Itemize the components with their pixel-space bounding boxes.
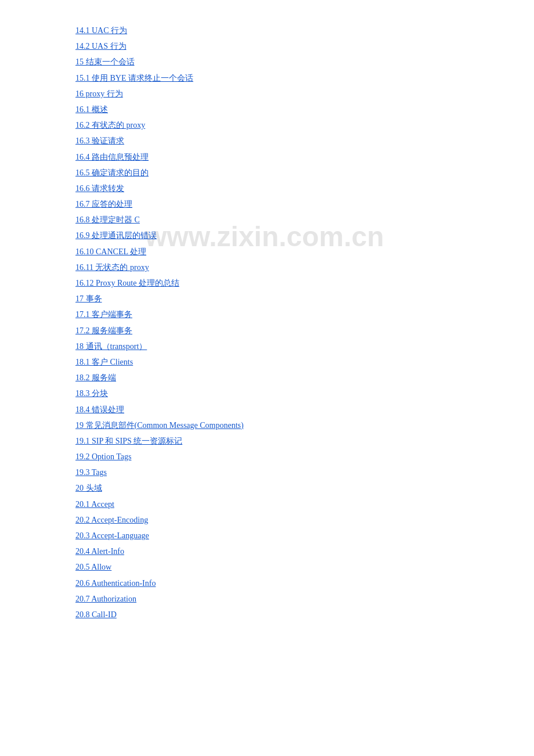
toc-link-18-4[interactable]: 18.4 错误处理 bbox=[75, 405, 124, 414]
toc-item: 16.6 请求转发 bbox=[75, 181, 499, 196]
toc-link-20-4[interactable]: 20.4 Alert-Info bbox=[75, 547, 124, 556]
toc-link-16-9[interactable]: 16.9 处理通讯层的错误 bbox=[75, 231, 157, 240]
toc-item: 17.1 客户端事务 bbox=[75, 307, 499, 322]
toc-link-16-6[interactable]: 16.6 请求转发 bbox=[75, 184, 124, 193]
toc-link-19-1[interactable]: 19.1 SIP 和 SIPS 统一资源标记 bbox=[75, 437, 182, 445]
toc-item: 16.7 应答的处理 bbox=[75, 197, 499, 211]
toc-item: 20.5 Allow bbox=[75, 560, 499, 574]
toc-link-18[interactable]: 18 通讯（transport） bbox=[75, 342, 147, 351]
toc-container: www.zixin.com.cn 14.1 UAC 行为14.2 UAS 行为1… bbox=[75, 23, 499, 622]
toc-link-16-7[interactable]: 16.7 应答的处理 bbox=[75, 200, 132, 208]
toc-list: 14.1 UAC 行为14.2 UAS 行为15 结束一个会话15.1 使用 B… bbox=[75, 23, 499, 622]
toc-item: 20.8 Call-ID bbox=[75, 607, 499, 622]
toc-link-19[interactable]: 19 常见消息部件(Common Message Components) bbox=[75, 421, 244, 430]
toc-item: 20.6 Authentication-Info bbox=[75, 576, 499, 591]
toc-item: 16.11 无状态的 proxy bbox=[75, 260, 499, 275]
toc-item: 14.1 UAC 行为 bbox=[75, 23, 499, 38]
toc-item: 18.3 分块 bbox=[75, 386, 499, 401]
toc-link-16-3[interactable]: 16.3 验证请求 bbox=[75, 136, 124, 145]
toc-link-15-1[interactable]: 15.1 使用 BYE 请求终止一个会话 bbox=[75, 74, 193, 82]
toc-link-18-1[interactable]: 18.1 客户 Clients bbox=[75, 358, 133, 366]
toc-link-18-3[interactable]: 18.3 分块 bbox=[75, 389, 108, 398]
toc-link-20-2[interactable]: 20.2 Accept-Encoding bbox=[75, 516, 148, 524]
toc-item: 18.2 服务端 bbox=[75, 370, 499, 385]
toc-item: 20.1 Accept bbox=[75, 497, 499, 512]
toc-item: 16.9 处理通讯层的错误 bbox=[75, 228, 499, 243]
toc-item: 16.2 有状态的 proxy bbox=[75, 118, 499, 132]
toc-link-16-10[interactable]: 16.10 CANCEL 处理 bbox=[75, 247, 146, 256]
toc-link-16-1[interactable]: 16.1 概述 bbox=[75, 105, 108, 114]
toc-item: 17.2 服务端事务 bbox=[75, 323, 499, 338]
toc-link-20-7[interactable]: 20.7 Authorization bbox=[75, 595, 136, 603]
toc-item: 20.3 Accept-Language bbox=[75, 528, 499, 543]
toc-item: 18.1 客户 Clients bbox=[75, 355, 499, 369]
toc-item: 16.3 验证请求 bbox=[75, 134, 499, 148]
toc-link-16-2[interactable]: 16.2 有状态的 proxy bbox=[75, 121, 145, 129]
toc-item: 20 头域 bbox=[75, 481, 499, 495]
toc-link-16[interactable]: 16 proxy 行为 bbox=[75, 89, 123, 98]
toc-link-17-1[interactable]: 17.1 客户端事务 bbox=[75, 310, 132, 319]
toc-item: 20.4 Alert-Info bbox=[75, 544, 499, 559]
toc-link-19-2[interactable]: 19.2 Option Tags bbox=[75, 452, 131, 461]
toc-link-20-5[interactable]: 20.5 Allow bbox=[75, 563, 111, 571]
toc-link-18-2[interactable]: 18.2 服务端 bbox=[75, 373, 116, 382]
toc-item: 19.2 Option Tags bbox=[75, 449, 499, 464]
toc-link-17-2[interactable]: 17.2 服务端事务 bbox=[75, 326, 132, 335]
toc-link-20-3[interactable]: 20.3 Accept-Language bbox=[75, 531, 149, 540]
toc-item: 16 proxy 行为 bbox=[75, 87, 499, 101]
toc-item: 16.10 CANCEL 处理 bbox=[75, 244, 499, 259]
toc-link-16-4[interactable]: 16.4 路由信息预处理 bbox=[75, 153, 149, 161]
toc-item: 16.8 处理定时器 C bbox=[75, 213, 499, 227]
toc-item: 15.1 使用 BYE 请求终止一个会话 bbox=[75, 71, 499, 85]
toc-link-16-11[interactable]: 16.11 无状态的 proxy bbox=[75, 263, 149, 272]
toc-link-14-2[interactable]: 14.2 UAS 行为 bbox=[75, 42, 127, 51]
toc-link-17[interactable]: 17 事务 bbox=[75, 294, 102, 303]
toc-item: 16.1 概述 bbox=[75, 102, 499, 117]
toc-item: 16.4 路由信息预处理 bbox=[75, 150, 499, 164]
toc-item: 17 事务 bbox=[75, 291, 499, 306]
toc-link-19-3[interactable]: 19.3 Tags bbox=[75, 468, 107, 477]
toc-item: 15 结束一个会话 bbox=[75, 55, 499, 69]
toc-item: 18.4 错误处理 bbox=[75, 402, 499, 417]
toc-link-16-5[interactable]: 16.5 确定请求的目的 bbox=[75, 168, 149, 177]
toc-item: 19.1 SIP 和 SIPS 统一资源标记 bbox=[75, 434, 499, 448]
toc-link-20[interactable]: 20 头域 bbox=[75, 484, 102, 492]
toc-item: 18 通讯（transport） bbox=[75, 339, 499, 354]
toc-item: 20.7 Authorization bbox=[75, 592, 499, 606]
toc-link-20-6[interactable]: 20.6 Authentication-Info bbox=[75, 579, 156, 588]
toc-item: 20.2 Accept-Encoding bbox=[75, 513, 499, 527]
toc-link-16-12[interactable]: 16.12 Proxy Route 处理的总结 bbox=[75, 279, 179, 287]
toc-link-20-1[interactable]: 20.1 Accept bbox=[75, 500, 114, 509]
toc-link-15[interactable]: 15 结束一个会话 bbox=[75, 57, 135, 66]
toc-link-20-8[interactable]: 20.8 Call-ID bbox=[75, 610, 117, 619]
toc-item: 16.12 Proxy Route 处理的总结 bbox=[75, 276, 499, 290]
toc-item: 16.5 确定请求的目的 bbox=[75, 165, 499, 180]
toc-item: 19 常见消息部件(Common Message Components) bbox=[75, 418, 499, 433]
toc-link-16-8[interactable]: 16.8 处理定时器 C bbox=[75, 215, 140, 224]
toc-item: 14.2 UAS 行为 bbox=[75, 39, 499, 53]
toc-link-14-1[interactable]: 14.1 UAC 行为 bbox=[75, 26, 127, 35]
toc-item: 19.3 Tags bbox=[75, 465, 499, 480]
